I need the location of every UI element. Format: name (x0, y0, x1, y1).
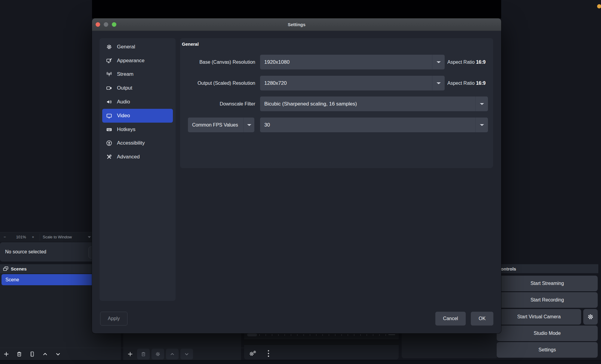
sidebar-item-label: Audio (117, 99, 130, 105)
scenes-panel-title: Scenes (11, 266, 27, 271)
zoom-in-button[interactable]: + (32, 232, 34, 242)
sidebar-item-label: Output (117, 85, 132, 91)
fps-type-select[interactable]: Common FPS Values (188, 118, 254, 132)
downscale-filter-label: Downscale Filter (167, 100, 255, 108)
cancel-button[interactable]: Cancel (435, 312, 466, 326)
ok-button[interactable]: OK (471, 312, 493, 326)
dropdown-arrow-button[interactable] (244, 118, 254, 132)
add-scene-button[interactable] (3, 351, 10, 357)
remove-source-button[interactable] (137, 349, 150, 359)
tools-icon (106, 154, 112, 160)
section-heading: General (182, 41, 199, 47)
dropdown-arrow-button[interactable] (432, 76, 445, 90)
start-virtual-camera-button[interactable]: Start Virtual Camera (497, 309, 581, 325)
scenes-icon (3, 266, 8, 271)
sidebar-item-accessibility[interactable]: Accessibility (102, 136, 173, 150)
status-bar (0, 360, 601, 364)
double-gear-icon (249, 350, 257, 357)
volume-slider-handle[interactable] (247, 333, 257, 336)
base-resolution-combobox[interactable]: 1920x1080 (260, 55, 445, 69)
sidebar-item-hotkeys[interactable]: Hotkeys (102, 123, 173, 136)
apply-button[interactable]: Apply (100, 312, 127, 326)
aspect-ratio-value: 16:9 (476, 81, 486, 86)
sidebar-item-label: Appearance (117, 58, 145, 64)
sidebar-item-general[interactable]: General (102, 40, 173, 54)
chevron-down-icon (437, 61, 441, 63)
remove-scene-button[interactable] (16, 351, 23, 357)
move-source-up-button[interactable] (166, 349, 179, 359)
aspect-ratio-readout: Aspect Ratio 16:9 (447, 79, 486, 87)
sidebar-item-label: Stream (117, 71, 133, 77)
output-resolution-combobox[interactable]: 1280x720 (260, 76, 445, 90)
output-resolution-value: 1280x720 (264, 80, 287, 86)
plus-icon (3, 351, 9, 357)
keyboard-icon (106, 127, 112, 133)
zoom-level: 101% (12, 232, 30, 242)
dropdown-arrow-button[interactable] (475, 96, 488, 111)
settings-sidebar: General Appearance Stream Output Audio V… (100, 38, 176, 301)
sidebar-item-label: General (117, 44, 135, 50)
mixer-settings-button[interactable] (248, 350, 257, 357)
scene-filters-button[interactable] (29, 351, 35, 357)
chevron-down-icon (480, 103, 484, 105)
zoom-out-button[interactable]: − (4, 232, 6, 242)
broadcast-icon (106, 71, 112, 77)
aspect-ratio-label: Aspect Ratio (447, 81, 475, 86)
downscale-filter-select[interactable]: Bicubic (Sharpened scaling, 16 samples) (260, 96, 488, 111)
volume-meter-scale (259, 334, 389, 336)
move-scene-up-button[interactable] (42, 351, 48, 357)
dropdown-arrow-button[interactable] (432, 55, 445, 69)
display-icon (106, 113, 112, 119)
start-recording-button[interactable]: Start Recording (497, 292, 598, 308)
divider (244, 345, 399, 346)
aspect-ratio-label: Aspect Ratio (447, 60, 475, 65)
source-properties-button[interactable] (152, 349, 164, 359)
downscale-filter-value: Bicubic (Sharpened scaling, 16 samples) (264, 101, 357, 107)
video-camera-icon (106, 85, 112, 91)
chevron-up-icon (42, 351, 48, 357)
controls-panel: Controls Start Streaming Start Recording… (495, 264, 600, 360)
filter-icon (29, 351, 35, 357)
plus-icon (127, 351, 133, 357)
sidebar-item-label: Advanced (117, 154, 140, 160)
settings-button[interactable]: Settings (497, 342, 598, 358)
scrollbar-fragment[interactable] (388, 334, 395, 335)
sidebar-item-advanced[interactable]: Advanced (102, 150, 173, 164)
output-resolution-label: Output (Scaled) Resolution (167, 79, 255, 87)
mixer-menu-button[interactable] (265, 350, 272, 357)
fps-type-value: Common FPS Values (192, 122, 238, 128)
studio-mode-button[interactable]: Studio Mode (497, 326, 598, 341)
chevron-up-icon (170, 351, 175, 357)
virtual-camera-config-button[interactable] (583, 309, 598, 325)
chevron-down-icon (437, 82, 441, 84)
speaker-icon (106, 99, 112, 105)
mixer-recess (244, 339, 399, 345)
sidebar-item-stream[interactable]: Stream (102, 68, 173, 81)
accessibility-icon (106, 140, 112, 146)
aspect-ratio-readout: Aspect Ratio 16:9 (447, 58, 486, 66)
chevron-down-icon[interactable] (88, 236, 91, 238)
move-scene-down-button[interactable] (55, 351, 61, 357)
move-source-down-button[interactable] (180, 349, 193, 359)
sidebar-item-video[interactable]: Video (102, 109, 173, 123)
dialog-titlebar[interactable]: Settings (92, 18, 501, 31)
scene-list-item[interactable]: Scene (2, 274, 94, 285)
dropdown-arrow-button[interactable] (475, 118, 488, 132)
gear-icon (587, 314, 594, 320)
chevron-down-icon (55, 351, 61, 357)
scale-mode-select[interactable]: Scale to Window (43, 232, 72, 242)
divider (40, 234, 40, 240)
start-streaming-button[interactable]: Start Streaming (497, 276, 598, 291)
no-source-label: No source selected (5, 242, 46, 262)
add-source-button[interactable] (127, 351, 133, 357)
chevron-down-icon (247, 124, 251, 126)
sidebar-item-label: Accessibility (117, 140, 145, 146)
sidebar-item-appearance[interactable]: Appearance (102, 54, 173, 68)
gear-icon (106, 44, 112, 50)
aspect-ratio-value: 16:9 (476, 60, 486, 65)
settings-dialog: Settings General Appearance Stream Outpu… (92, 18, 501, 333)
base-resolution-value: 1920x1080 (264, 59, 290, 65)
fps-value-select[interactable]: 30 (260, 118, 488, 132)
sidebar-item-output[interactable]: Output (102, 81, 173, 95)
sidebar-item-audio[interactable]: Audio (102, 95, 173, 109)
